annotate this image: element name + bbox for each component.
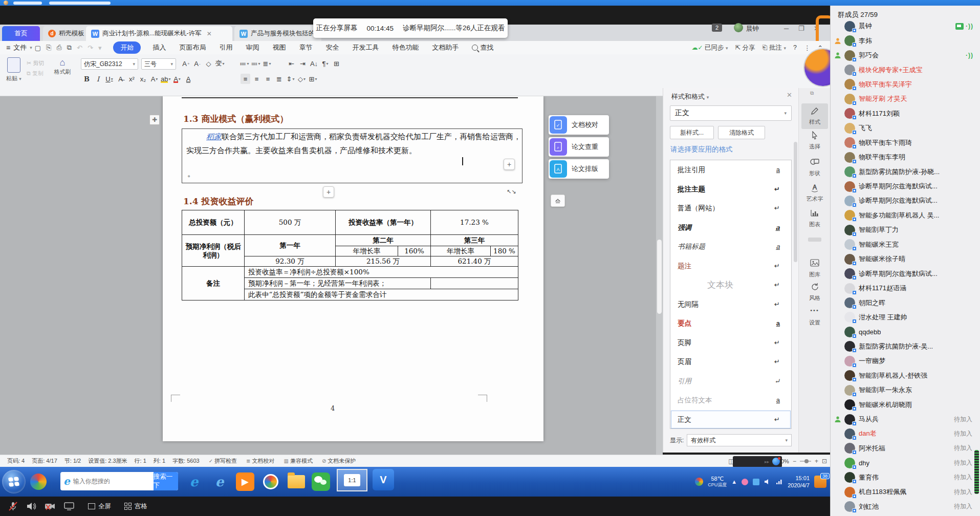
member-row[interactable]: 泔水处理 王建帅 bbox=[831, 310, 980, 325]
rail-dock-icon[interactable]: ⧉ bbox=[810, 90, 814, 96]
multilevel-list-icon[interactable]: ≣▾ bbox=[262, 58, 272, 69]
rail-风格[interactable]: 风格 bbox=[801, 283, 828, 302]
align-center-icon[interactable]: ≡ bbox=[252, 74, 262, 84]
member-row[interactable]: 智能碾米王宽 bbox=[831, 238, 980, 252]
rail-艺术字[interactable]: A艺术字 bbox=[801, 183, 828, 203]
tab-docer[interactable]: d 稻壳模板 bbox=[43, 26, 90, 41]
member-row[interactable]: dhy待加入 bbox=[831, 456, 980, 470]
member-row[interactable]: 模块化脚专家+王成宝 bbox=[831, 62, 980, 77]
increase-font-icon[interactable]: A+ bbox=[181, 58, 191, 69]
style-item-页脚[interactable]: 页脚↵ bbox=[670, 333, 791, 353]
output-icon[interactable]: ⎘ bbox=[46, 44, 51, 52]
cpu-temp[interactable]: 58℃CPU温度 bbox=[708, 476, 727, 488]
member-row[interactable]: 李炜 bbox=[831, 33, 980, 48]
taskbar-video-icon[interactable]: ▶ bbox=[235, 472, 255, 491]
member-row[interactable]: 柳森待加入 bbox=[831, 514, 980, 516]
clear-format-button[interactable]: 清除格式 bbox=[718, 126, 765, 139]
clear-format-icon[interactable]: ◇ bbox=[204, 58, 213, 69]
member-row[interactable]: 晨钟·)) bbox=[831, 19, 980, 33]
grid-view-button[interactable]: 宫格 bbox=[124, 502, 147, 511]
taskbar-folder-icon[interactable] bbox=[287, 472, 306, 491]
investment-table[interactable]: 总投资额（元） 500 万 投资收益率（第一年） 17.23 % 预期净利润（税… bbox=[182, 210, 518, 300]
member-row[interactable]: 智能牙刷 才昊天 bbox=[831, 92, 980, 106]
sort-icon[interactable]: A↓ bbox=[309, 58, 319, 69]
current-style-select[interactable]: 正文▾ bbox=[670, 105, 792, 121]
decrease-indent-icon[interactable]: ⇤ bbox=[287, 58, 296, 69]
user-name[interactable]: 晨钟 bbox=[746, 25, 759, 33]
style-item-强调[interactable]: 强调a bbox=[670, 218, 791, 238]
taskbar-wechat-icon[interactable] bbox=[311, 472, 331, 491]
border-icon[interactable]: ⊞▾ bbox=[308, 74, 318, 84]
member-row[interactable]: 物联平衡车吴泽宇 bbox=[831, 77, 980, 92]
line-spacing-icon[interactable]: ⇕▾ bbox=[286, 74, 295, 84]
font-size-select[interactable]: 三号▾ bbox=[141, 58, 176, 70]
temp-monitor-icon[interactable] bbox=[695, 478, 703, 486]
menu-item-视图[interactable]: 视图 bbox=[272, 43, 286, 52]
member-row[interactable]: 材科1171赵语涵 bbox=[831, 281, 980, 295]
menu-item-引用[interactable]: 引用 bbox=[219, 43, 232, 52]
speaker-icon[interactable] bbox=[26, 501, 37, 512]
style-item-要点[interactable]: 要点a bbox=[670, 314, 791, 333]
rail-样式[interactable]: 样式 bbox=[801, 103, 828, 129]
mic-muted-icon[interactable] bbox=[7, 501, 18, 512]
taskbar-clock[interactable]: 15:012020/4/7 bbox=[788, 475, 810, 489]
member-row[interactable]: dan老待加入 bbox=[831, 426, 980, 441]
avatar[interactable] bbox=[734, 23, 743, 32]
member-row[interactable]: qqdebb bbox=[831, 325, 980, 339]
show-styles-select[interactable]: 有效样式▾ bbox=[687, 434, 792, 446]
taskbar-search[interactable]: e 搜索一下 bbox=[60, 472, 178, 490]
char-shading-icon[interactable]: A bbox=[183, 74, 193, 84]
strikethrough-icon[interactable]: A̶ bbox=[116, 74, 125, 84]
resize-handle-icon[interactable]: ↖↘ bbox=[507, 188, 516, 195]
rail-图库[interactable]: 图库 bbox=[801, 259, 828, 278]
monitor-icon[interactable] bbox=[63, 501, 75, 511]
number-list-icon[interactable]: ≕▾ bbox=[251, 58, 260, 69]
taskbar-browser2-icon[interactable]: e bbox=[210, 472, 229, 491]
member-row[interactable]: 马从兵待加入 bbox=[831, 412, 980, 426]
tray-flower-icon[interactable] bbox=[742, 479, 748, 485]
document-scrollbar[interactable] bbox=[656, 96, 663, 455]
tray-network-icon[interactable] bbox=[776, 479, 783, 485]
style-item-批注主题[interactable]: 批注主题↵ bbox=[670, 180, 791, 199]
search-input[interactable] bbox=[70, 477, 154, 485]
member-row[interactable]: 物联平衡车卞雨琦 bbox=[831, 136, 980, 150]
bold-icon[interactable]: B bbox=[82, 74, 92, 84]
document-page[interactable]: ✚ 1.3 商业模式（赢利模式） 稻家联合第三方代加工厂和运营商，稻家负责研发机… bbox=[163, 96, 543, 441]
increase-indent-icon[interactable]: ⇥ bbox=[298, 58, 308, 69]
share-button[interactable]: ⇱ 分享 bbox=[735, 44, 755, 52]
search-go-button[interactable]: 搜索一下 bbox=[154, 472, 178, 490]
taskbar-browser-ball-icon[interactable] bbox=[29, 472, 48, 491]
zoom-out-icon[interactable]: − bbox=[793, 458, 796, 465]
italic-icon[interactable]: I bbox=[93, 74, 103, 84]
text-direction-icon[interactable]: ⊞ bbox=[332, 58, 341, 69]
bullet-list-icon[interactable]: ≔▾ bbox=[239, 58, 249, 69]
zoom-in-icon[interactable]: + bbox=[815, 458, 818, 465]
tray-expand-icon[interactable]: ▲ bbox=[731, 479, 737, 485]
fit-page-icon[interactable]: ⊡ bbox=[822, 458, 827, 465]
insert-paragraph-button[interactable]: + bbox=[323, 186, 334, 198]
member-row[interactable]: 智能碾米徐子晴 bbox=[831, 252, 980, 266]
style-item-引用[interactable]: 引用↵ bbox=[670, 372, 791, 391]
member-row[interactable]: 诊断早期阿尔兹海默病试... bbox=[831, 266, 980, 281]
tab-document-2[interactable]: W 产品与服务模块包括的 bbox=[234, 26, 321, 41]
style-item-页眉[interactable]: 页眉↵ bbox=[670, 352, 791, 372]
menu-item-页面布局[interactable]: 页面布局 bbox=[179, 43, 206, 52]
menu-item-审阅[interactable]: 审阅 bbox=[246, 43, 259, 52]
align-right-icon[interactable]: ≡ bbox=[263, 74, 273, 84]
subscript-icon[interactable]: x₂ bbox=[138, 74, 148, 84]
doc-count-badge[interactable]: 2 bbox=[712, 24, 722, 32]
underline-icon[interactable]: U▾ bbox=[104, 74, 114, 84]
member-row[interactable]: 智能碾米机胡晓雨 bbox=[831, 397, 980, 412]
member-row[interactable]: 物联平衡车李明 bbox=[831, 150, 980, 164]
scrollbar-thumb[interactable] bbox=[657, 240, 662, 314]
tool-论文查重[interactable]: ⌕论文查重 bbox=[549, 137, 609, 157]
style-item-批注引用[interactable]: 批注引用a bbox=[670, 160, 791, 180]
member-row[interactable]: 阿米托福待加入 bbox=[831, 441, 980, 456]
style-item-普通（网站）[interactable]: 普通（网站）↵ bbox=[670, 199, 791, 218]
status-toggle-文档未保护[interactable]: ⊘文档未保护 bbox=[322, 457, 356, 465]
insert-row-button[interactable]: + bbox=[504, 159, 515, 170]
doc-link-word[interactable]: 稻家 bbox=[206, 132, 222, 141]
find-menu[interactable]: 查找 bbox=[472, 43, 493, 52]
collapse-tools-button[interactable] bbox=[551, 195, 565, 207]
menu-item-章节[interactable]: 章节 bbox=[299, 43, 312, 52]
